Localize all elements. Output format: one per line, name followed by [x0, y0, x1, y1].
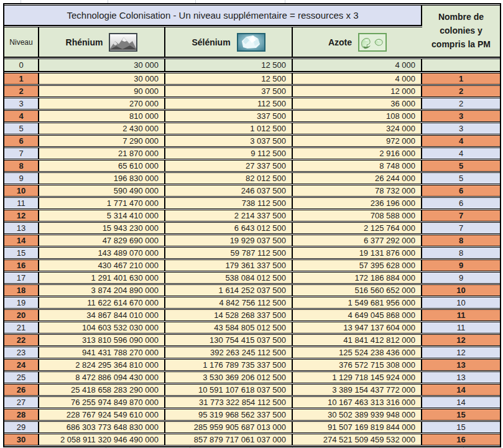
cell-azote[interactable]: 1 549 681 956 000	[293, 297, 422, 309]
colonies-header[interactable]: Nombre de colonies y compris la PM	[422, 5, 500, 58]
cell-niveau[interactable]: 27	[4, 396, 39, 408]
cell-niveau[interactable]: 7	[4, 147, 39, 159]
azote-header[interactable]: Azote	[293, 27, 422, 58]
cell-azote[interactable]: 708 588 000	[293, 210, 422, 222]
cell-niveau[interactable]: 11	[4, 197, 39, 209]
cell-colonies[interactable]: 6	[422, 185, 500, 197]
cell-colonies[interactable]: 2	[422, 85, 500, 97]
cell-azote[interactable]: 57 395 628 000	[293, 259, 422, 271]
cell-selenium[interactable]: 31 773 322 854 112 500	[165, 396, 293, 408]
cell-niveau[interactable]: 2	[4, 85, 39, 97]
cell-rhenium[interactable]: 5 314 410 000	[39, 210, 165, 222]
cell-selenium[interactable]: 37 500	[165, 85, 293, 97]
cell-colonies[interactable]: 7	[422, 222, 500, 234]
cell-azote[interactable]: 4 000	[293, 58, 422, 72]
rhenium-header[interactable]: Rhénium	[39, 27, 165, 58]
cell-selenium[interactable]: 738 112 500	[165, 197, 293, 209]
cell-azote[interactable]: 1 129 718 145 924 000	[293, 371, 422, 383]
cell-selenium[interactable]: 1 614 252 037 500	[165, 284, 293, 296]
cell-selenium[interactable]: 6 643 012 500	[165, 222, 293, 234]
cell-niveau[interactable]: 15	[4, 247, 39, 259]
cell-selenium[interactable]: 246 037 500	[165, 185, 293, 197]
cell-selenium[interactable]: 10 591 107 618 037 500	[165, 384, 293, 396]
cell-niveau[interactable]: 5	[4, 123, 39, 134]
cell-azote[interactable]: 30 502 389 939 948 000	[293, 409, 422, 421]
cell-selenium[interactable]: 27 337 500	[165, 160, 293, 172]
cell-azote[interactable]: 36 000	[293, 98, 422, 110]
cell-azote[interactable]: 26 244 000	[293, 172, 422, 184]
cell-rhenium[interactable]: 30 000	[39, 73, 165, 85]
cell-rhenium[interactable]: 810 000	[39, 110, 165, 122]
cell-rhenium[interactable]: 11 622 614 670 000	[39, 297, 165, 309]
cell-azote[interactable]: 236 196 000	[293, 197, 422, 209]
cell-rhenium[interactable]: 2 430 000	[39, 123, 165, 134]
cell-colonies[interactable]: 7	[422, 210, 500, 222]
cell-rhenium[interactable]: 3 874 204 890 000	[39, 284, 165, 296]
cell-rhenium[interactable]: 90 000	[39, 85, 165, 97]
cell-rhenium[interactable]: 21 870 000	[39, 147, 165, 159]
cell-azote[interactable]: 125 524 238 436 000	[293, 347, 422, 358]
cell-selenium[interactable]: 12 500	[165, 58, 293, 72]
cell-selenium[interactable]: 3 037 500	[165, 135, 293, 147]
cell-niveau[interactable]: 24	[4, 359, 39, 371]
cell-rhenium[interactable]: 30 000	[39, 58, 165, 72]
cell-colonies[interactable]: 3	[422, 123, 500, 134]
cell-selenium[interactable]: 1 012 500	[165, 123, 293, 134]
cell-rhenium[interactable]: 47 829 690 000	[39, 235, 165, 246]
cell-colonies[interactable]: 6	[422, 197, 500, 209]
cell-colonies[interactable]: 11	[422, 322, 500, 334]
cell-rhenium[interactable]: 941 431 788 270 000	[39, 347, 165, 358]
cell-colonies[interactable]	[422, 58, 500, 72]
cell-selenium[interactable]: 130 754 415 037 500	[165, 334, 293, 346]
cell-selenium[interactable]: 3 530 369 206 012 500	[165, 371, 293, 383]
cell-colonies[interactable]: 1	[422, 73, 500, 85]
cell-colonies[interactable]: 15	[422, 409, 500, 421]
cell-azote[interactable]: 3 389 154 437 772 000	[293, 384, 422, 396]
cell-colonies[interactable]: 8	[422, 235, 500, 246]
cell-rhenium[interactable]: 65 610 000	[39, 160, 165, 172]
cell-rhenium[interactable]: 270 000	[39, 98, 165, 110]
cell-colonies[interactable]: 9	[422, 272, 500, 284]
cell-azote[interactable]: 8 748 000	[293, 160, 422, 172]
cell-azote[interactable]: 41 841 412 812 000	[293, 334, 422, 346]
cell-azote[interactable]: 376 572 715 308 000	[293, 359, 422, 371]
cell-azote[interactable]: 4 000	[293, 73, 422, 85]
cell-niveau[interactable]: 4	[4, 110, 39, 122]
cell-niveau[interactable]: 21	[4, 322, 39, 334]
cell-azote[interactable]: 274 521 509 459 532 000	[293, 434, 422, 446]
cell-colonies[interactable]: 14	[422, 384, 500, 396]
cell-rhenium[interactable]: 228 767 924 549 610 000	[39, 409, 165, 421]
cell-niveau[interactable]: 14	[4, 235, 39, 246]
cell-azote[interactable]: 4 649 045 868 000	[293, 309, 422, 321]
cell-selenium[interactable]: 392 263 245 112 500	[165, 347, 293, 358]
cell-colonies[interactable]: 12	[422, 347, 500, 358]
cell-selenium[interactable]: 59 787 112 500	[165, 247, 293, 259]
cell-azote[interactable]: 516 560 652 000	[293, 284, 422, 296]
cell-rhenium[interactable]: 2 058 911 320 946 490 000	[39, 434, 165, 446]
cell-niveau[interactable]: 25	[4, 371, 39, 383]
cell-colonies[interactable]: 14	[422, 396, 500, 408]
niveau-header[interactable]: Niveau	[4, 27, 39, 58]
cell-colonies[interactable]: 15	[422, 421, 500, 433]
cell-selenium[interactable]: 12 500	[165, 73, 293, 85]
cell-selenium[interactable]: 2 214 337 500	[165, 210, 293, 222]
cell-colonies[interactable]: 4	[422, 147, 500, 159]
cell-selenium[interactable]: 538 084 012 500	[165, 272, 293, 284]
cell-selenium[interactable]: 1 176 789 735 337 500	[165, 359, 293, 371]
cell-niveau[interactable]: 3	[4, 98, 39, 110]
cell-selenium[interactable]: 285 959 905 687 013 000	[165, 421, 293, 433]
cell-niveau[interactable]: 29	[4, 421, 39, 433]
cell-niveau[interactable]: 10	[4, 185, 39, 197]
cell-niveau[interactable]: 26	[4, 384, 39, 396]
selenium-header[interactable]: Sélénium	[165, 27, 293, 58]
cell-selenium[interactable]: 19 929 037 500	[165, 235, 293, 246]
cell-selenium[interactable]: 857 879 717 061 037 000	[165, 434, 293, 446]
cell-niveau[interactable]: 20	[4, 309, 39, 321]
cell-selenium[interactable]: 337 500	[165, 110, 293, 122]
cell-azote[interactable]: 13 947 137 604 000	[293, 322, 422, 334]
cell-rhenium[interactable]: 7 290 000	[39, 135, 165, 147]
cell-rhenium[interactable]: 1 771 470 000	[39, 197, 165, 209]
cell-colonies[interactable]: 5	[422, 172, 500, 184]
cell-selenium[interactable]: 4 842 756 112 500	[165, 297, 293, 309]
cell-colonies[interactable]: 11	[422, 309, 500, 321]
